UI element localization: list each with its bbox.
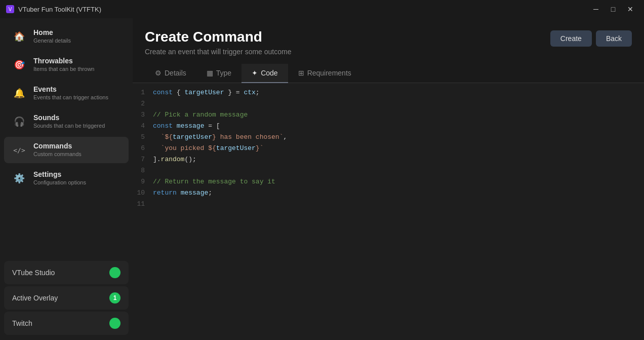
tab-details[interactable]: ⚙ Details <box>145 64 196 83</box>
sidebar-commands-subtitle: Custom commands <box>33 150 82 158</box>
code-tab-icon: ✦ <box>252 69 258 77</box>
header-buttons: Create Back <box>550 30 632 47</box>
back-button[interactable]: Back <box>596 30 632 47</box>
sidebar-item-sounds[interactable]: 🎧 Sounds Sounds that can be triggered <box>4 108 129 135</box>
sidebar-sounds-label: Sounds <box>33 114 105 122</box>
page-subtitle: Create an event that will trigger some o… <box>145 48 291 56</box>
sidebar-item-throwables[interactable]: 🎯 Throwables Items that can be thrown <box>4 52 129 78</box>
code-line-6: 6 `you picked ${targetUser}` <box>133 143 644 154</box>
sidebar-item-events[interactable]: 🔔 Events Events that can trigger actions <box>4 80 129 106</box>
close-button[interactable]: ✕ <box>623 4 638 14</box>
sidebar-item-commands[interactable]: </> Commands Custom commands <box>4 137 129 163</box>
home-icon: 🏠 <box>11 28 27 45</box>
app-icon: V <box>6 5 14 13</box>
page-title: Create Command <box>145 28 291 46</box>
sidebar-events-label: Events <box>33 85 108 94</box>
app-title: VTuber Fun ToolKit (VTFTK) <box>18 6 101 13</box>
settings-icon: ⚙️ <box>11 170 27 186</box>
main-layout: 🏠 Home General details 🎯 Throwables Item… <box>0 18 644 340</box>
sidebar-item-settings[interactable]: ⚙️ Settings Configuration options <box>4 165 129 192</box>
sidebar-item-home[interactable]: 🏠 Home General details <box>4 23 129 50</box>
code-line-11: 11 <box>133 199 644 210</box>
sidebar-events-subtitle: Events that can trigger actions <box>33 94 108 101</box>
sidebar-item-twitch[interactable]: Twitch <box>4 312 129 335</box>
sidebar-item-vtube-studio[interactable]: VTube Studio <box>4 261 129 284</box>
code-line-8: 8 <box>133 165 644 176</box>
commands-icon: </> <box>11 142 27 158</box>
vtube-studio-status-dot <box>109 267 120 278</box>
tab-requirements-label: Requirements <box>307 69 351 77</box>
sidebar-home-subtitle: General details <box>33 37 71 44</box>
details-tab-icon: ⚙ <box>155 69 162 77</box>
sidebar-throwables-label: Throwables <box>33 57 94 65</box>
code-line-3: 3 // Pick a random message <box>133 109 644 121</box>
requirements-tab-icon: ⊞ <box>298 69 304 77</box>
twitch-status-dot <box>109 318 120 329</box>
title-bar-left: V VTuber Fun ToolKit (VTFTK) <box>6 5 101 13</box>
content-title-block: Create Command Create an event that will… <box>145 28 291 56</box>
tab-type-label: Type <box>216 69 231 77</box>
sidebar-sounds-subtitle: Sounds that can be triggered <box>33 122 105 129</box>
tab-code-label: Code <box>261 69 277 77</box>
content-header: Create Command Create an event that will… <box>133 18 644 64</box>
sounds-icon: 🎧 <box>11 114 27 130</box>
code-line-9: 9 // Return the message to say it <box>133 176 644 187</box>
tab-type[interactable]: ▦ Type <box>196 64 242 83</box>
vtube-studio-label: VTube Studio <box>12 269 55 277</box>
twitch-label: Twitch <box>12 319 32 327</box>
throwables-icon: 🎯 <box>11 57 27 73</box>
tab-details-label: Details <box>165 69 186 77</box>
active-overlay-label: Active Overlay <box>12 294 58 302</box>
events-icon: 🔔 <box>11 85 27 101</box>
title-bar: V VTuber Fun ToolKit (VTFTK) ─ □ ✕ <box>0 0 644 18</box>
tab-requirements[interactable]: ⊞ Requirements <box>288 64 361 83</box>
minimize-button[interactable]: ─ <box>588 4 603 14</box>
tabs-bar: ⚙ Details ▦ Type ✦ Code ⊞ Requirements <box>133 64 644 83</box>
maximize-button[interactable]: □ <box>606 4 621 14</box>
code-line-4: 4 const message = [ <box>133 121 644 132</box>
code-line-2: 2 <box>133 98 644 109</box>
tab-code[interactable]: ✦ Code <box>242 64 288 83</box>
active-overlay-badge: 1 <box>109 292 120 304</box>
code-line-1: 1 const { targetUser } = ctx; <box>133 87 644 98</box>
create-button[interactable]: Create <box>550 30 592 47</box>
sidebar-settings-label: Settings <box>33 170 86 179</box>
sidebar-settings-subtitle: Configuration options <box>33 179 86 186</box>
sidebar-throwables-subtitle: Items that can be thrown <box>33 65 94 72</box>
content-area: Create Command Create an event that will… <box>133 18 644 340</box>
sidebar-item-active-overlay[interactable]: Active Overlay 1 <box>4 286 129 310</box>
sidebar-home-label: Home <box>33 28 71 37</box>
code-line-5: 5 `${targetUser} has been chosen`, <box>133 132 644 143</box>
type-tab-icon: ▦ <box>207 69 213 77</box>
code-line-7: 7 ].random(); <box>133 154 644 165</box>
code-line-10: 10 return message; <box>133 187 644 199</box>
sidebar-commands-label: Commands <box>33 142 82 150</box>
sidebar: 🏠 Home General details 🎯 Throwables Item… <box>0 18 133 340</box>
window-controls: ─ □ ✕ <box>588 4 638 14</box>
code-editor[interactable]: 1 const { targetUser } = ctx; 2 3 // Pic… <box>133 83 644 340</box>
